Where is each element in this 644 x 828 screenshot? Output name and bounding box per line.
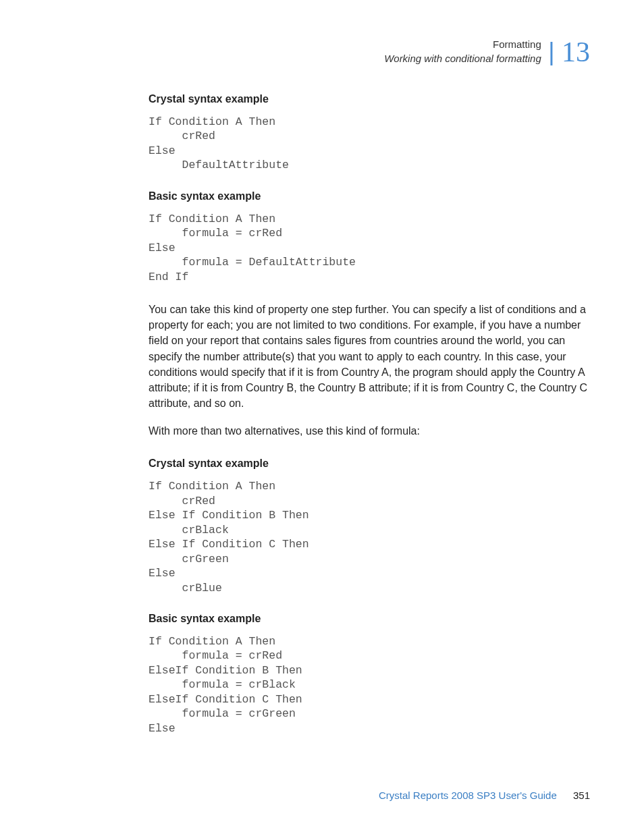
chapter-separator: | xyxy=(548,40,554,64)
heading-crystal-syntax-1: Crystal syntax example xyxy=(149,93,590,105)
chapter-title: Formatting xyxy=(493,38,541,51)
code-basic-2: If Condition A Then formula = crRed Else… xyxy=(149,634,590,736)
heading-basic-syntax-1: Basic syntax example xyxy=(149,190,590,202)
section-title: Working with conditional formatting xyxy=(384,52,541,65)
code-crystal-2: If Condition A Then crRed Else If Condit… xyxy=(149,479,590,595)
heading-crystal-syntax-2: Crystal syntax example xyxy=(149,458,590,470)
footer-page-number: 351 xyxy=(573,790,590,801)
paragraph-1: You can take this kind of property one s… xyxy=(149,302,590,411)
heading-basic-syntax-2: Basic syntax example xyxy=(149,613,590,625)
page-footer: Crystal Reports 2008 SP3 User's Guide 35… xyxy=(379,790,590,801)
page-content: Formatting Working with conditional form… xyxy=(0,0,644,736)
header-text-block: Formatting Working with conditional form… xyxy=(384,38,541,66)
footer-doc-title: Crystal Reports 2008 SP3 User's Guide xyxy=(379,790,557,801)
page-header: Formatting Working with conditional form… xyxy=(149,38,590,66)
code-crystal-1: If Condition A Then crRed Else DefaultAt… xyxy=(149,115,590,173)
paragraph-2: With more than two alternatives, use thi… xyxy=(149,423,590,439)
chapter-number: 13 xyxy=(562,38,590,66)
code-basic-1: If Condition A Then formula = crRed Else… xyxy=(149,212,590,284)
